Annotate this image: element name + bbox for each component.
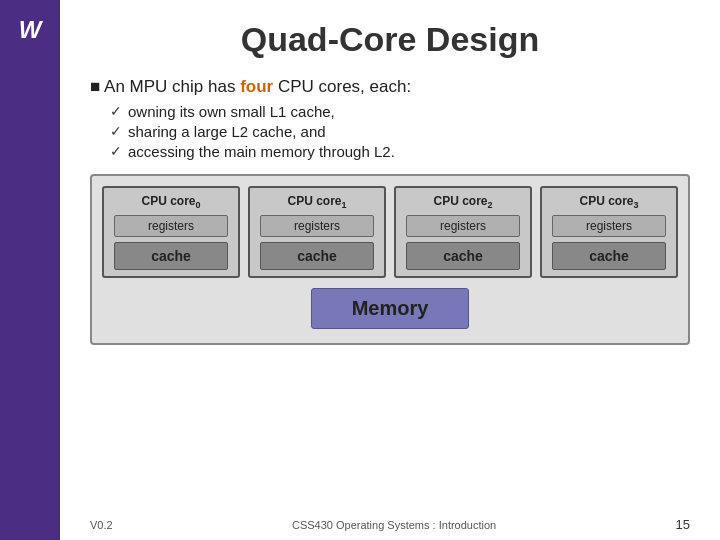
registers-box-3: registers — [552, 215, 665, 237]
registers-box-0: registers — [114, 215, 227, 237]
sub-bullet-2: ✓ accessing the main memory through L2. — [110, 143, 690, 160]
sub-bullet-0: ✓ owning its own small L1 cache, — [110, 103, 690, 120]
cpu-core-box-3: CPU core3 registers cache — [540, 186, 678, 278]
cpu-core-label-2: CPU core2 — [433, 194, 492, 210]
cpu-core-label-0: CPU core0 — [141, 194, 200, 210]
main-bullet: ■ An MPU chip has four CPU cores, each: — [90, 77, 690, 97]
diagram-container: CPU core0 registers cache CPU core1 regi… — [90, 174, 690, 345]
sub-bullet-1: ✓ sharing a large L2 cache, and — [110, 123, 690, 140]
slide-title: Quad-Core Design — [90, 20, 690, 59]
cpu-core-box-1: CPU core1 registers cache — [248, 186, 386, 278]
sub-bullets-list: ✓ owning its own small L1 cache, ✓ shari… — [110, 103, 690, 160]
memory-row: Memory — [102, 288, 678, 329]
footer-version: V0.2 — [90, 519, 113, 531]
registers-box-2: registers — [406, 215, 519, 237]
bullet-section: ■ An MPU chip has four CPU cores, each: … — [90, 77, 690, 160]
slide: W Quad-Core Design ■ An MPU chip has fou… — [0, 0, 720, 540]
keyword-four: four — [240, 77, 273, 96]
cpu-core-box-0: CPU core0 registers cache — [102, 186, 240, 278]
cpu-core-label-1: CPU core1 — [287, 194, 346, 210]
checkmark-2: ✓ — [110, 143, 122, 159]
cpu-core-label-3: CPU core3 — [579, 194, 638, 210]
main-content: Quad-Core Design ■ An MPU chip has four … — [60, 0, 720, 540]
header-bar: W — [0, 0, 60, 540]
cpu-cores-row: CPU core0 registers cache CPU core1 regi… — [102, 186, 678, 278]
cache-box-1: cache — [260, 242, 373, 270]
footer-page: 15 — [676, 517, 690, 532]
cache-box-0: cache — [114, 242, 227, 270]
checkmark-1: ✓ — [110, 123, 122, 139]
footer: V0.2 CSS430 Operating Systems : Introduc… — [60, 517, 720, 532]
registers-box-1: registers — [260, 215, 373, 237]
uw-logo: W — [10, 10, 50, 50]
cpu-core-box-2: CPU core2 registers cache — [394, 186, 532, 278]
cache-box-2: cache — [406, 242, 519, 270]
checkmark-0: ✓ — [110, 103, 122, 119]
cache-box-3: cache — [552, 242, 665, 270]
footer-course: CSS430 Operating Systems : Introduction — [292, 519, 496, 531]
memory-box: Memory — [311, 288, 470, 329]
